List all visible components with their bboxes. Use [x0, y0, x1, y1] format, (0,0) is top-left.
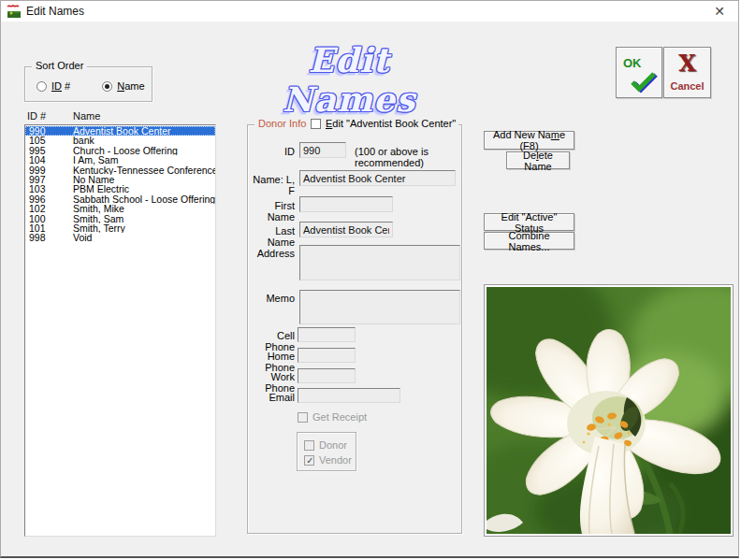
title-bar: Edit Names ✕: [1, 1, 738, 22]
list-item-name: I Am, Sam: [73, 155, 215, 165]
radio-icon[interactable]: [36, 81, 47, 92]
lily-photo: [484, 284, 734, 537]
list-header-name: Name: [73, 110, 185, 122]
close-icon[interactable]: ✕: [706, 2, 733, 21]
list-item-name: bank: [73, 136, 215, 145]
list-item-name: PBM Electric: [73, 184, 215, 194]
add-new-name-label: Add New Name (F8): [490, 129, 568, 151]
get-receipt-label: Get Receipt: [312, 411, 367, 423]
radio-selected-icon[interactable]: [102, 81, 112, 92]
checkbox-icon[interactable]: [311, 119, 321, 129]
list-item[interactable]: 998 Void: [25, 233, 215, 242]
list-item-name: Smith, Mike: [73, 204, 215, 213]
list-item-name: No Name: [73, 175, 215, 184]
sort-order-legend: Sort Order: [32, 60, 87, 71]
ok-label: OK: [623, 56, 642, 70]
combine-names-button[interactable]: Combine Names...: [484, 232, 574, 250]
list-item[interactable]: 101 Smith, Terry: [25, 223, 215, 233]
cell-phone-label: Cell Phone: [248, 330, 295, 352]
checkbox-icon: [304, 440, 314, 451]
check-icon: [629, 71, 659, 93]
name-list[interactable]: 990 Adventist Book Center 105 bank 995 C…: [24, 124, 216, 537]
list-header-id: ID #: [27, 110, 74, 122]
work-phone-field[interactable]: [298, 368, 356, 383]
list-item-id: 102: [25, 204, 73, 213]
radio-sort-id-label: ID #: [51, 80, 70, 92]
name-lf-field[interactable]: [299, 170, 456, 186]
vendor-label: Vendor: [319, 454, 352, 466]
ok-button[interactable]: OK: [616, 47, 662, 98]
list-item[interactable]: 100 Smith, Sam: [25, 214, 215, 223]
id-label: ID: [254, 146, 295, 157]
edit-names-dialog: Edit Names ✕ Edit Names Sort Order ID # …: [0, 0, 739, 558]
cell-phone-field[interactable]: [298, 327, 356, 342]
lily-photo-image: [487, 287, 731, 534]
list-item[interactable]: 104 I Am, Sam: [25, 155, 215, 165]
first-name-field[interactable]: [299, 196, 393, 212]
x-icon: X: [664, 50, 710, 77]
donor-info-legend: Donor Info: [254, 118, 310, 129]
list-item-name: Void: [73, 233, 215, 242]
home-phone-field[interactable]: [298, 348, 356, 363]
window-title: Edit Names: [26, 5, 84, 18]
id-note: (100 or above is recommended): [355, 146, 461, 168]
list-item-name: Church - Loose Offering: [73, 146, 215, 155]
last-name-label: Last Name: [248, 225, 295, 248]
home-phone-label: Home Phone: [240, 351, 295, 373]
sort-order-group: Sort Order ID # Name: [24, 66, 153, 102]
address-field[interactable]: [299, 245, 460, 280]
list-item-id: 998: [25, 233, 73, 242]
donor-label: Donor: [319, 439, 347, 451]
app-icon: [7, 4, 22, 19]
list-item-name: Smith, Terry: [73, 223, 215, 233]
get-receipt-checkbox: Get Receipt: [298, 411, 367, 423]
name-lf-label: Name: L, F: [248, 174, 295, 196]
checkbox-icon: [298, 412, 308, 423]
radio-sort-name-label: Name: [117, 80, 144, 92]
memo-label: Memo: [248, 293, 295, 304]
donor-info-group: Donor Info Edit "Adventist Book Center" …: [247, 124, 462, 534]
list-item[interactable]: 105 bank: [25, 136, 215, 145]
radio-sort-name[interactable]: Name: [102, 80, 144, 92]
list-item[interactable]: 999 Kentucky-Tennessee Conference of SDA: [25, 165, 215, 175]
edit-active-status-button[interactable]: Edit "Active" Status: [484, 213, 574, 231]
list-item[interactable]: 102 Smith, Mike: [25, 204, 215, 213]
list-item[interactable]: 103 PBM Electric: [25, 184, 215, 194]
delete-name-label: Delete Name: [513, 150, 563, 172]
edit-name-checkbox[interactable]: Edit "Adventist Book Center": [308, 118, 458, 129]
add-new-name-button[interactable]: Add New Name (F8): [484, 131, 574, 150]
list-item[interactable]: 995 Church - Loose Offering: [25, 146, 215, 155]
last-name-field[interactable]: [299, 222, 393, 237]
cancel-button[interactable]: X Cancel: [663, 47, 711, 98]
donor-vendor-group: Donor Vendor: [297, 432, 356, 471]
first-name-label: First Name: [248, 200, 295, 223]
cancel-label: Cancel: [664, 80, 710, 92]
edit-name-checkbox-label: Edit "Adventist Book Center": [326, 118, 456, 129]
email-field[interactable]: [298, 388, 400, 403]
vendor-checkbox: Vendor: [304, 454, 352, 466]
list-item[interactable]: 996 Sabbath School - Loose Offering: [25, 194, 215, 204]
radio-sort-id[interactable]: ID #: [36, 80, 70, 92]
work-phone-label: Work Phone: [240, 371, 295, 394]
donor-checkbox: Donor: [304, 439, 347, 451]
page-title: Edit Names: [237, 40, 461, 119]
memo-field[interactable]: [299, 290, 460, 324]
address-label: Address: [248, 248, 295, 259]
list-item[interactable]: 990 Adventist Book Center: [25, 126, 215, 136]
list-item-name: Smith, Sam: [73, 214, 215, 223]
list-item-id: 104: [25, 155, 73, 165]
email-label: Email: [248, 392, 295, 403]
delete-name-button[interactable]: Delete Name: [506, 151, 570, 169]
list-item-name: Kentucky-Tennessee Conference of SDA: [73, 165, 215, 175]
list-item[interactable]: 997 No Name: [25, 175, 215, 184]
checkbox-checked-icon: [304, 455, 314, 466]
list-item-name: Adventist Book Center: [73, 126, 215, 136]
id-field[interactable]: [299, 142, 346, 158]
list-item-name: Sabbath School - Loose Offering: [73, 194, 215, 204]
